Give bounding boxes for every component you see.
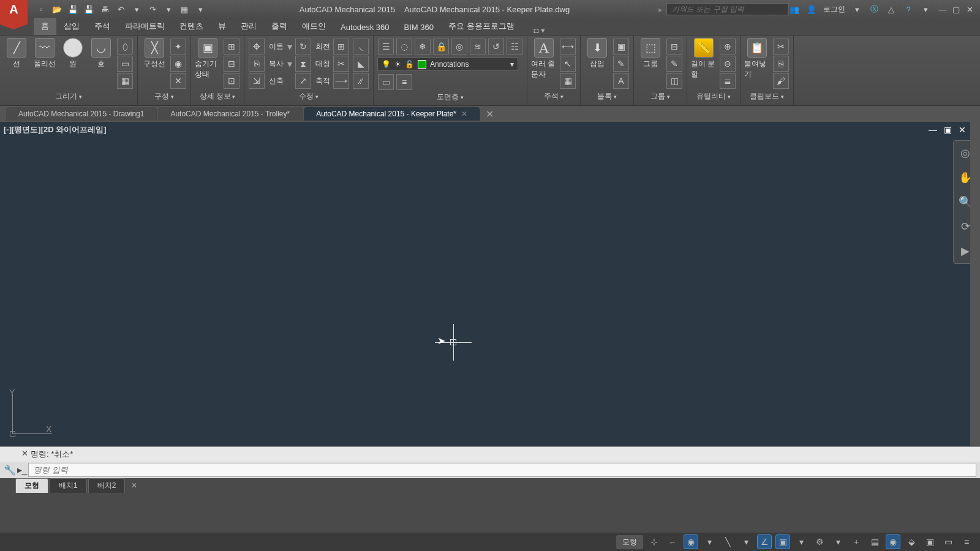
layer-iso-icon[interactable]: ◎ <box>451 39 467 54</box>
linetype-icon[interactable]: ▭ <box>378 74 394 90</box>
isolate-icon[interactable]: ▣ <box>922 534 937 549</box>
undo-dropdown-icon[interactable]: ▾ <box>131 4 142 15</box>
dim-icon[interactable]: ⟷ <box>560 39 576 54</box>
ortho-icon[interactable]: ◉ <box>684 534 698 549</box>
constr-1-icon[interactable]: ✦ <box>170 39 186 54</box>
scale-icon[interactable]: ⤢ <box>295 73 311 89</box>
layer-prop-icon[interactable]: ☰ <box>378 39 394 54</box>
a360-icon[interactable]: △ <box>886 4 897 15</box>
open-icon[interactable]: 📂 <box>51 4 62 15</box>
grid-icon[interactable]: ⊹ <box>647 534 662 549</box>
fillet-icon[interactable]: ◟ <box>353 39 369 54</box>
insert-block-button[interactable]: ⬇삽입 <box>584 38 610 69</box>
extend-icon[interactable]: ⟶ <box>333 73 349 89</box>
ribbon-collapse-icon[interactable]: ◘ ▾ <box>534 26 545 35</box>
tab-content[interactable]: 컨텐츠 <box>172 18 211 35</box>
maximize-icon[interactable]: ▢ <box>951 4 962 14</box>
util-3-icon[interactable]: ≣ <box>720 73 736 89</box>
constr-2-icon[interactable]: ◉ <box>170 56 186 72</box>
panel-annotation-title[interactable]: 주석 <box>531 90 576 103</box>
infocenter-icon[interactable]: 👥 <box>789 4 800 15</box>
otrack-icon[interactable]: ∠ <box>757 534 772 549</box>
layer-state-icon[interactable]: ☷ <box>507 39 522 54</box>
saveas-icon[interactable]: 💾 <box>83 4 94 15</box>
copy-icon[interactable]: ⎘ <box>249 56 265 72</box>
layer-lock-icon[interactable]: 🔒 <box>433 39 449 54</box>
tab-manage[interactable]: 관리 <box>233 18 264 35</box>
group-edit-icon[interactable]: ✎ <box>666 56 682 72</box>
tab-output[interactable]: 출력 <box>264 18 295 35</box>
tab-a360[interactable]: Autodesk 360 <box>333 20 397 35</box>
clean-icon[interactable]: ▭ <box>941 534 956 549</box>
tab-view[interactable]: 뷰 <box>211 18 233 35</box>
tab-addins[interactable]: 애드인 <box>295 18 333 35</box>
util-2-icon[interactable]: ⊖ <box>720 56 736 72</box>
leader-icon[interactable]: ↖ <box>560 56 576 72</box>
help-icon[interactable]: ? <box>903 4 914 15</box>
workspace-icon[interactable]: ▦ <box>179 4 190 15</box>
rotate-icon[interactable]: ↻ <box>295 39 311 54</box>
doc-tab-3[interactable]: AutoCAD Mechanical 2015 - Keeper Plate*✕ <box>304 107 480 121</box>
tab-home[interactable]: 홈 <box>34 18 56 35</box>
exchange-icon[interactable]: Ⓧ <box>869 4 880 15</box>
doc-close-icon[interactable]: ✕ <box>461 110 467 118</box>
layer-match-icon[interactable]: ≋ <box>470 39 486 54</box>
tab-insert[interactable]: 삽입 <box>56 18 87 35</box>
panel-construction-title[interactable]: 구성 <box>141 90 187 103</box>
save-icon[interactable]: 💾 <box>67 4 78 15</box>
gear-drop-icon[interactable]: ▾ <box>831 534 845 549</box>
osnap-icon[interactable]: ╲ <box>720 534 735 549</box>
viewport-label[interactable]: [-][평면도][2D 와이어프레임] <box>4 124 107 135</box>
paste-button[interactable]: 📋붙여넣기 <box>744 38 770 80</box>
cmd-close-icon[interactable]: ✕ <box>18 449 31 460</box>
status-model-label[interactable]: 모형 <box>616 535 643 549</box>
group-button[interactable]: ⬚그룹 <box>638 38 663 69</box>
redo-icon[interactable]: ↷ <box>147 4 158 15</box>
annoscale-icon[interactable]: ▤ <box>867 534 882 549</box>
panel-block-title[interactable]: 블록 <box>584 90 630 103</box>
measure-button[interactable]: 📏길이 분할 <box>691 38 717 80</box>
search-input[interactable] <box>666 3 789 15</box>
login-label[interactable]: 로그인 <box>823 4 845 15</box>
layout-tab-2[interactable]: 배치2 <box>88 478 126 493</box>
osnap-drop-icon[interactable]: ▾ <box>739 534 753 549</box>
polar-icon[interactable]: ▾ <box>702 534 717 549</box>
lineweight-icon[interactable]: ≡ <box>396 74 412 90</box>
table-icon[interactable]: ▦ <box>560 73 576 89</box>
app-menu-icon[interactable]: A <box>0 0 28 24</box>
panel-detail-title[interactable]: 상세 정보 <box>195 90 240 103</box>
hide-state-button[interactable]: ▣숨기기 상태 <box>195 38 221 80</box>
layer-freeze-icon[interactable]: ❄ <box>415 39 431 54</box>
layer-prev-icon[interactable]: ↺ <box>488 39 504 54</box>
add-scale-icon[interactable]: + <box>849 534 864 549</box>
cut-icon[interactable]: ✂ <box>773 39 789 54</box>
detail-3-icon[interactable]: ⊡ <box>224 73 239 89</box>
new-icon[interactable]: ▫ <box>36 4 47 15</box>
workspace-switch-icon[interactable]: ◉ <box>886 534 900 549</box>
command-input[interactable] <box>28 463 976 477</box>
snap-icon[interactable]: ⌐ <box>665 534 680 549</box>
line-button[interactable]: ╱선 <box>4 38 29 69</box>
doc-tab-1[interactable]: AutoCAD Mechanical 2015 - Drawing1 <box>6 107 157 121</box>
tab-bim360[interactable]: BIM 360 <box>397 20 441 35</box>
circle-button[interactable]: 원 <box>60 38 86 69</box>
print-icon[interactable]: 🖶 <box>99 4 110 15</box>
polyline-button[interactable]: 〰폴리선 <box>32 38 58 69</box>
mirror-icon[interactable]: ⧗ <box>295 56 311 72</box>
add-tab-icon[interactable]: ✕ <box>481 108 497 120</box>
doc-minimize-icon[interactable]: — <box>927 124 938 135</box>
hardware-icon[interactable]: ⬙ <box>904 534 919 549</box>
detail-2-icon[interactable]: ⊟ <box>224 56 239 72</box>
draw-tool-2-icon[interactable]: ▭ <box>117 56 133 72</box>
panel-group-title[interactable]: 그룹 <box>638 90 683 103</box>
gear-icon[interactable]: ⚙ <box>812 534 827 549</box>
minimize-icon[interactable]: — <box>937 4 948 14</box>
match-prop-icon[interactable]: 🖌 <box>773 73 789 89</box>
layer-dropdown[interactable]: 💡 ☀ 🔓 Annotations ▾ <box>377 58 518 71</box>
tab-featured[interactable]: 주요 응용프로그램 <box>441 18 522 35</box>
trim-icon[interactable]: ✂ <box>333 56 349 72</box>
chamfer-icon[interactable]: ◣ <box>353 56 369 72</box>
offset-icon[interactable]: ⫽ <box>353 73 369 89</box>
qat-dropdown-icon[interactable]: ▾ <box>195 4 206 15</box>
login-dropdown-icon[interactable]: ▾ <box>851 4 862 15</box>
